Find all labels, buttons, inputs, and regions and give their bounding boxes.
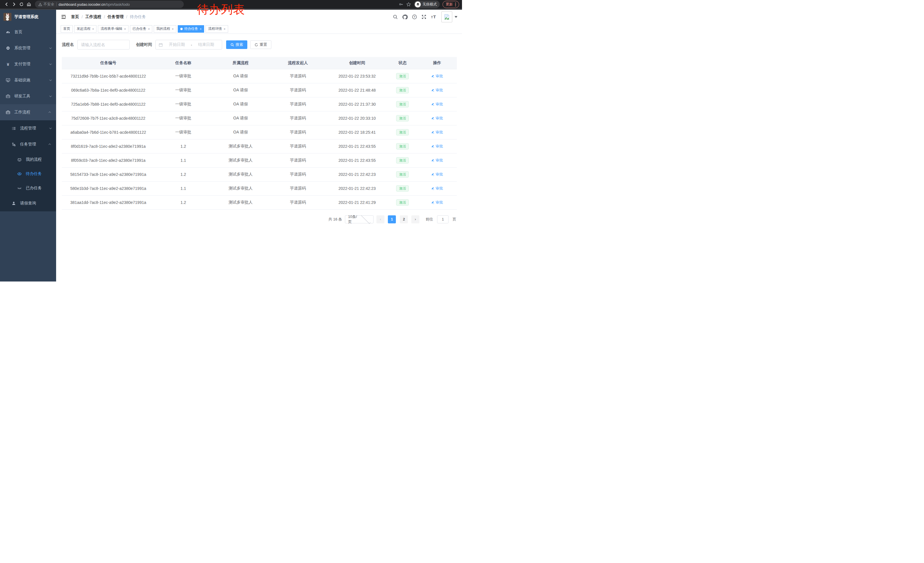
col-task-id: 任务编号 (62, 57, 154, 69)
warning-icon (38, 3, 42, 6)
approve-link[interactable]: 审批 (431, 116, 443, 121)
table-row: 381aa1dd-7ac8-11ec-a9e2-a2380e71991a 1.2… (62, 195, 457, 209)
goto-label: 前往 (426, 217, 433, 222)
approve-link[interactable]: 审批 (431, 200, 443, 205)
approve-link[interactable]: 审批 (431, 144, 443, 149)
sidebar-item-my-process[interactable]: 我的流程 (0, 152, 56, 167)
page-2-button[interactable]: 2 (400, 215, 408, 224)
incognito-badge: 无痕模式 (414, 1, 440, 8)
help-icon[interactable]: ? (412, 14, 417, 20)
table-row: 8f059c03-7ac8-11ec-a9e2-a2380e71991a 1.1… (62, 153, 457, 167)
eye-closed-icon (17, 186, 22, 191)
sidebar-item-devtools[interactable]: 研发工具 (0, 88, 56, 104)
gear-icon (6, 46, 10, 50)
breadcrumb-home[interactable]: 首页 (71, 14, 79, 20)
sidebar: 芋道管理系统 首页 系统管理 ¥ 支付管理 基础设施 (0, 10, 56, 281)
approve-link[interactable]: 审批 (431, 130, 443, 135)
close-icon[interactable]: × (224, 27, 225, 31)
forward-icon[interactable] (10, 1, 18, 8)
sidebar-item-workflow[interactable]: 工作流程 (0, 104, 56, 120)
avatar[interactable] (441, 12, 452, 23)
key-icon[interactable] (399, 2, 404, 7)
approve-link[interactable]: 审批 (431, 158, 443, 163)
total-count: 共 16 条 (328, 217, 342, 222)
tab-process-detail[interactable]: 流程详情 × (206, 25, 228, 33)
bookmark-star-icon[interactable] (406, 2, 411, 7)
pencil-icon (431, 145, 435, 148)
close-icon[interactable]: × (92, 27, 94, 31)
github-icon[interactable] (402, 14, 408, 20)
pencil-icon (431, 89, 435, 92)
breadcrumb-task-mgmt[interactable]: 任务管理 (108, 14, 124, 20)
next-page-button[interactable]: › (411, 215, 419, 224)
font-size-icon[interactable]: TT (431, 14, 437, 20)
close-icon[interactable]: × (148, 27, 150, 31)
page-content: 流程名 创建时间 开始日期 - 结束日期 搜索 重置 (56, 34, 462, 281)
approve-link[interactable]: 审批 (431, 88, 443, 93)
start-date-placeholder: 开始日期 (164, 42, 190, 47)
broken-image-icon (444, 14, 450, 20)
sidebar-item-system[interactable]: 系统管理 (0, 40, 56, 56)
breadcrumb-workflow[interactable]: 工作流程 (85, 14, 101, 20)
tab-form-edit[interactable]: 流程表单-编辑 × (98, 25, 128, 33)
search-icon[interactable] (393, 14, 398, 20)
date-range-picker[interactable]: 开始日期 - 结束日期 (155, 40, 222, 50)
tab-done-tasks[interactable]: 已办任务 × (130, 25, 152, 33)
status-badge: 激活 (396, 199, 409, 206)
sidebar-item-infra[interactable]: 基础设施 (0, 72, 56, 88)
chevron-up-icon (48, 111, 51, 114)
tab-home[interactable]: 首页 (61, 25, 73, 33)
fullscreen-icon[interactable] (422, 14, 426, 20)
todo-task-table: 任务编号 任务名称 所属流程 流程发起人 创建时间 状态 操作 73211d9d… (62, 57, 457, 210)
user-avatar-menu[interactable] (441, 12, 458, 23)
prev-page-button[interactable]: ‹ (376, 215, 384, 224)
approve-link[interactable]: 审批 (431, 102, 443, 107)
sidebar-item-payment[interactable]: ¥ 支付管理 (0, 56, 56, 72)
goto-page-input[interactable] (437, 215, 448, 224)
tags-view: 首页 发起流程 × 流程表单-编辑 × 已办任务 × 我的流程 × 待办任务 × (56, 24, 462, 34)
browser-toolbar: 不安全 dashboard.yudao.iocoder.cn/bpm/task/… (0, 0, 462, 10)
process-name-input[interactable] (77, 40, 130, 50)
status-badge: 激活 (396, 101, 409, 107)
sidebar-item-home[interactable]: 首页 (0, 24, 56, 40)
approve-link[interactable]: 审批 (431, 186, 443, 191)
sidebar-collapse-icon[interactable] (61, 14, 66, 20)
back-icon[interactable] (3, 1, 10, 8)
tab-todo-tasks[interactable]: 待办任务 × (178, 25, 204, 33)
refresh-icon (255, 43, 258, 47)
sidebar-item-done-tasks[interactable]: 已办任务 (0, 181, 56, 195)
close-icon[interactable]: × (124, 27, 126, 31)
calendar-icon (159, 43, 163, 47)
close-icon[interactable]: × (200, 27, 201, 31)
robot-face-icon (17, 157, 22, 162)
security-warning[interactable]: 不安全 (38, 2, 54, 7)
flow-tree-icon (12, 142, 16, 147)
reset-button[interactable]: 重置 (250, 41, 272, 49)
sidebar-item-task-mgmt[interactable]: 任务管理 (0, 136, 56, 152)
tab-start-process[interactable]: 发起流程 × (74, 25, 96, 33)
tab-my-process[interactable]: 我的流程 × (154, 25, 176, 33)
approve-link[interactable]: 审批 (431, 172, 443, 177)
search-button[interactable]: 搜索 (226, 41, 248, 49)
sidebar-item-leave-query[interactable]: 请假查询 (0, 195, 56, 211)
page-1-button[interactable]: 1 (388, 215, 396, 224)
home-icon[interactable] (25, 1, 33, 8)
sidebar-item-process-mgmt[interactable]: 流程管理 (0, 120, 56, 136)
address-bar[interactable]: 不安全 dashboard.yudao.iocoder.cn/bpm/task/… (35, 1, 184, 8)
close-icon[interactable]: × (172, 27, 174, 31)
approve-link[interactable]: 审批 (431, 74, 443, 79)
page-size-select[interactable]: 10条/页 (345, 215, 374, 224)
svg-text:T: T (434, 14, 436, 19)
app-logo[interactable]: 芋道管理系统 (0, 10, 56, 24)
col-status: 状态 (388, 57, 417, 69)
browser-menu-icon[interactable] (455, 3, 456, 6)
update-label: 更新 (446, 2, 453, 7)
update-button[interactable]: 更新 (442, 1, 459, 8)
briefcase-icon (6, 110, 10, 114)
svg-text:?: ? (414, 15, 416, 18)
process-name-label: 流程名 (62, 42, 74, 47)
table-row: 73211d9d-7b9b-11ec-b5b7-acde48001122 一级审… (62, 69, 457, 83)
reload-icon[interactable] (18, 1, 25, 8)
status-badge: 激活 (396, 115, 409, 122)
sidebar-item-todo-tasks[interactable]: 待办任务 (0, 167, 56, 181)
